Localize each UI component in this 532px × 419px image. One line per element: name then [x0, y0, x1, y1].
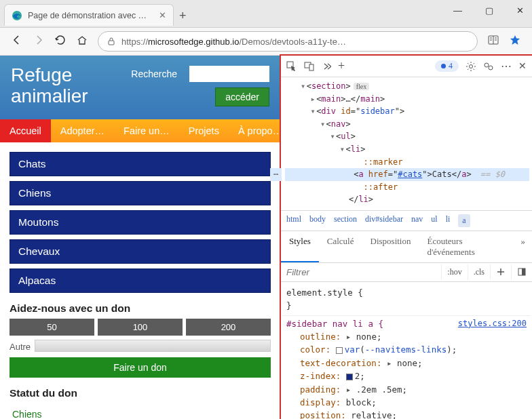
more-tabs-icon[interactable]	[322, 62, 331, 71]
sidebar-item-alpacas[interactable]: Alpacas	[10, 268, 271, 293]
tab-title: Page de démonstration avec pro	[28, 11, 150, 20]
dom-selected-node[interactable]: <a href="#cats">Cats</a> == $0	[285, 168, 529, 181]
make-donation-button[interactable]: Faire un don	[10, 357, 271, 378]
tab-listeners[interactable]: Écouteurs d'événements	[419, 231, 514, 262]
devtools-panel: + 4 ⋯ ✕ ▾<section>flex ▸<main>…</main> ▾…	[281, 56, 532, 419]
nav-tab-adopt[interactable]: Adopter…	[51, 119, 114, 142]
svg-point-6	[470, 64, 473, 68]
new-style-rule-icon[interactable]	[490, 264, 511, 279]
styles-filter-bar: :hov .cls	[281, 263, 532, 282]
sidebar-item-dogs[interactable]: Chiens	[10, 181, 271, 205]
status-heading: Statut du don	[10, 387, 271, 399]
browser-tab[interactable]: Page de démonstration avec pro ✕	[4, 4, 174, 26]
toggle-computed-icon[interactable]	[511, 264, 532, 279]
minimize-button[interactable]: —	[449, 3, 466, 18]
rendered-page: Refuge animalier Recherche accéder Accue…	[0, 56, 281, 419]
other-amount-slider[interactable]	[35, 340, 271, 352]
device-icon[interactable]	[304, 61, 315, 72]
styles-filter-input[interactable]	[281, 263, 441, 281]
address-field[interactable]: https://microsoftedge.github.io/Demos/de…	[98, 31, 478, 52]
svg-rect-10	[522, 268, 525, 275]
other-amount-label: Autre	[10, 340, 35, 352]
crumb-div[interactable]: div#sidebar	[365, 214, 403, 227]
url-text: https://microsoftedge.github.io/Demos/de…	[121, 37, 346, 47]
style-rules[interactable]: element.style { } styles.css:200 #sideba…	[281, 282, 532, 419]
back-button[interactable]	[11, 34, 23, 49]
crumb-body[interactable]: body	[309, 214, 326, 227]
crumb-nav[interactable]: nav	[411, 214, 423, 227]
experiments-icon[interactable]	[483, 61, 494, 72]
access-button[interactable]: accéder	[215, 87, 269, 106]
settings-icon[interactable]	[466, 61, 476, 72]
nav-tabs: Accueil Adopter… Faire un… Projets À pro…	[0, 119, 280, 142]
dom-tree[interactable]: ▾<section>flex ▸<main>…</main> ▾<div id=…	[281, 77, 532, 210]
page-banner: Refuge animalier Recherche accéder	[0, 56, 280, 119]
window-titlebar: Page de démonstration avec pro ✕ + — ▢ ✕	[0, 0, 532, 27]
styles-tabbar: Styles Calculé Disposition Écouteurs d'é…	[281, 231, 532, 263]
close-window-button[interactable]: ✕	[512, 3, 528, 18]
lock-icon	[107, 37, 116, 46]
svg-rect-1	[109, 41, 114, 45]
tab-layout[interactable]: Disposition	[362, 231, 419, 262]
crumb-li[interactable]: li	[446, 214, 451, 227]
nav-tab-home[interactable]: Accueil	[0, 119, 51, 142]
close-devtools-icon[interactable]: ✕	[518, 60, 527, 72]
sidebar-item-horses[interactable]: Chevaux	[10, 239, 271, 264]
close-tab-icon[interactable]: ✕	[159, 10, 166, 20]
inspect-icon[interactable]	[286, 61, 297, 72]
svg-point-8	[489, 66, 493, 70]
crumb-ul[interactable]: ul	[431, 214, 437, 227]
kebab-icon[interactable]: ⋯	[501, 60, 512, 73]
reader-icon[interactable]	[487, 34, 499, 49]
rule-source-link[interactable]: styles.css:200	[458, 317, 527, 330]
address-bar: https://microsoftedge.github.io/Demos/de…	[0, 27, 532, 56]
new-tab-button[interactable]: +	[179, 9, 187, 23]
sidebar-list: Chats Chiens Moutons Chevaux Alpacas	[0, 142, 280, 293]
issues-badge[interactable]: 4	[435, 60, 459, 72]
hov-toggle[interactable]: :hov	[441, 264, 467, 280]
nav-tab-projects[interactable]: Projets	[179, 119, 229, 142]
crumb-section[interactable]: section	[334, 214, 357, 227]
donate-100[interactable]: 100	[98, 319, 183, 336]
search-input[interactable]	[189, 66, 269, 82]
maximize-button[interactable]: ▢	[481, 3, 497, 18]
cls-toggle[interactable]: .cls	[468, 264, 490, 280]
refresh-button[interactable]	[54, 34, 66, 49]
crumb-html[interactable]: html	[286, 214, 301, 227]
edge-icon	[12, 10, 22, 21]
devtools-toolbar: + 4 ⋯ ✕	[281, 56, 532, 77]
sidebar-item-sheep[interactable]: Moutons	[10, 210, 271, 235]
donate-50[interactable]: 50	[10, 319, 94, 336]
nav-tab-about[interactable]: À propo…	[229, 119, 281, 142]
nav-tab-donate[interactable]: Faire un…	[114, 119, 179, 142]
svg-rect-5	[309, 64, 314, 71]
crumb-a[interactable]: a	[458, 214, 470, 227]
sidebar-item-cats[interactable]: Chats	[10, 152, 271, 176]
forward-button[interactable]	[33, 34, 45, 49]
donate-200[interactable]: 200	[186, 319, 271, 336]
add-tab-icon[interactable]: +	[338, 59, 345, 73]
favorite-icon[interactable]	[509, 34, 521, 49]
dom-breadcrumb: html body section div#sidebar nav ul li …	[281, 210, 532, 231]
tab-computed[interactable]: Calculé	[319, 231, 362, 262]
info-dot-icon	[441, 64, 446, 68]
page-title: Refuge animalier	[11, 65, 113, 107]
donate-heading: Aidez-nous avec un don	[10, 302, 271, 315]
home-button[interactable]	[76, 34, 88, 49]
svg-point-7	[484, 63, 489, 67]
search-label: Recherche	[119, 68, 183, 79]
more-styles-tabs-icon[interactable]: »	[514, 231, 533, 262]
tab-styles[interactable]: Styles	[281, 231, 319, 262]
status-item: Chiens	[10, 403, 271, 419]
